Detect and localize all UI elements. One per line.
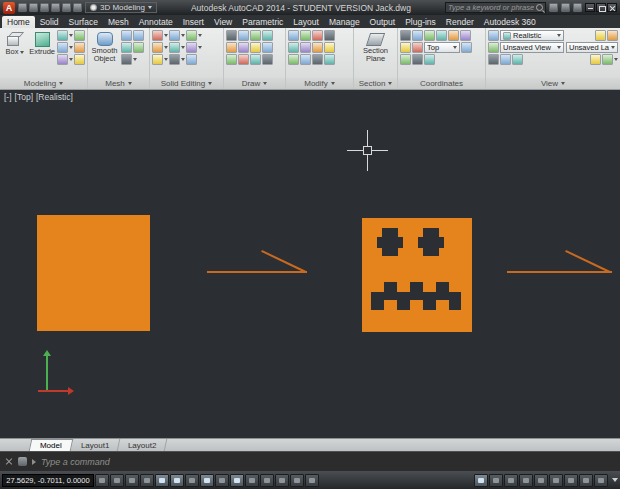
- ribbon-tab-insert[interactable]: Insert: [178, 16, 209, 28]
- box-button[interactable]: Box: [2, 30, 27, 56]
- helix-icon[interactable]: [74, 54, 85, 65]
- ucs-face-icon[interactable]: [400, 54, 411, 65]
- quick-view-layouts-button[interactable]: [489, 474, 503, 487]
- ucs-3point-icon[interactable]: [460, 30, 471, 41]
- command-customize-icon[interactable]: [18, 457, 27, 466]
- union-icon[interactable]: [152, 30, 163, 41]
- new-file-icon[interactable]: [18, 3, 27, 12]
- status-bar-menu-arrow[interactable]: [612, 478, 618, 482]
- ribbon-tab-output[interactable]: Output: [365, 16, 401, 28]
- viewport-controls-icon[interactable]: [488, 30, 499, 41]
- open-file-icon[interactable]: [29, 3, 38, 12]
- array-icon[interactable]: [312, 54, 323, 65]
- trim-icon[interactable]: [312, 30, 323, 41]
- view-cube-icon[interactable]: [512, 54, 523, 65]
- object-snap-tracking-toggle[interactable]: [200, 474, 214, 487]
- ribbon-tab-parametric[interactable]: Parametric: [237, 16, 288, 28]
- tab-layout1[interactable]: Layout1: [71, 439, 121, 451]
- line-icon[interactable]: [226, 30, 237, 41]
- workspace-switching-button[interactable]: [549, 474, 563, 487]
- panel-label-solid-editing[interactable]: Solid Editing: [150, 77, 223, 89]
- mirror-icon[interactable]: [300, 42, 311, 53]
- undo-icon[interactable]: [62, 3, 71, 12]
- maximize-button[interactable]: [596, 3, 606, 12]
- ribbon-tab-mesh[interactable]: Mesh: [103, 16, 134, 28]
- plot-icon[interactable]: [51, 3, 60, 12]
- erase-icon[interactable]: [324, 30, 335, 41]
- ribbon-tab-plugins[interactable]: Plug-ins: [400, 16, 441, 28]
- ellipse-icon[interactable]: [238, 42, 249, 53]
- gradient-icon[interactable]: [226, 54, 237, 65]
- selection-cycling-toggle[interactable]: [290, 474, 304, 487]
- lineweight-toggle[interactable]: [245, 474, 259, 487]
- ribbon-tab-view[interactable]: View: [209, 16, 237, 28]
- ucs-z-axis-icon[interactable]: [448, 30, 459, 41]
- circle-icon[interactable]: [250, 30, 261, 41]
- layer-state-dropdown[interactable]: Unsaved Layer State: [566, 42, 618, 53]
- ucs-view-dropdown[interactable]: Top: [424, 42, 460, 53]
- refine-mesh-icon[interactable]: [121, 42, 132, 53]
- panel-label-modeling[interactable]: Modeling: [0, 77, 87, 89]
- tab-layout2[interactable]: Layout2: [118, 439, 168, 451]
- polyline-icon[interactable]: [238, 30, 249, 41]
- dynamic-ucs-toggle[interactable]: [215, 474, 229, 487]
- ucs-icon[interactable]: [400, 30, 411, 41]
- lightbulb-icon[interactable]: [595, 30, 606, 41]
- panel-label-mesh[interactable]: Mesh: [88, 77, 149, 89]
- panel-label-coordinates[interactable]: Coordinates: [398, 77, 485, 89]
- ribbon-tab-solid[interactable]: Solid: [35, 16, 64, 28]
- save-icon[interactable]: [40, 3, 49, 12]
- signin-icon[interactable]: [549, 3, 558, 12]
- region-icon[interactable]: [250, 54, 261, 65]
- command-close-icon[interactable]: [5, 458, 13, 466]
- annotation-scale-button[interactable]: [519, 474, 533, 487]
- section-plane-button[interactable]: Section Plane: [361, 30, 390, 64]
- pumpkin-square[interactable]: [37, 215, 150, 331]
- ucs-world-icon[interactable]: [412, 30, 423, 41]
- annotation-monitor-toggle[interactable]: [305, 474, 319, 487]
- fillet-edge-icon[interactable]: [169, 42, 180, 53]
- ribbon-tab-layout[interactable]: Layout: [288, 16, 324, 28]
- loft-icon[interactable]: [74, 42, 85, 53]
- transparency-toggle[interactable]: [260, 474, 274, 487]
- ribbon-tab-render[interactable]: Render: [441, 16, 479, 28]
- viewport-visual-style-control[interactable]: [Realistic]: [36, 92, 73, 102]
- named-views-icon[interactable]: [488, 42, 499, 53]
- coordinates-readout[interactable]: 27.5629, -0.7011, 0.0000: [2, 474, 94, 487]
- annotation-visibility-toggle[interactable]: [534, 474, 548, 487]
- copy-icon[interactable]: [288, 42, 299, 53]
- ucs-named-icon[interactable]: [461, 42, 472, 53]
- isolate-objects-button[interactable]: [579, 474, 593, 487]
- infer-constraints-toggle[interactable]: [95, 474, 109, 487]
- ribbon-tab-home[interactable]: Home: [2, 16, 35, 28]
- jack-o-lantern-square[interactable]: [362, 218, 472, 332]
- panel-label-draw[interactable]: Draw: [224, 77, 285, 89]
- ucs-x-icon[interactable]: [400, 42, 411, 53]
- rectangle-icon[interactable]: [226, 42, 237, 53]
- command-input[interactable]: [41, 457, 615, 467]
- intersect-icon[interactable]: [186, 30, 197, 41]
- model-space-toggle[interactable]: [474, 474, 488, 487]
- taper-faces-icon[interactable]: [186, 42, 197, 53]
- add-crease-icon[interactable]: [133, 42, 144, 53]
- ribbon-tab-annotate[interactable]: Annotate: [134, 16, 178, 28]
- app-menu-button[interactable]: A: [3, 2, 15, 14]
- panel-label-view[interactable]: View: [486, 77, 620, 89]
- viewport-configuration-icon[interactable]: [488, 54, 499, 65]
- point-icon[interactable]: [262, 54, 273, 65]
- redo-icon[interactable]: [73, 3, 82, 12]
- arc-icon[interactable]: [262, 30, 273, 41]
- viewport-view-control[interactable]: [Top]: [15, 92, 33, 102]
- extrude-button[interactable]: Extrude: [29, 30, 55, 56]
- ucs-y-icon[interactable]: [412, 42, 423, 53]
- smooth-object-button[interactable]: Smooth Object: [90, 30, 119, 64]
- toolbar-lock-button[interactable]: [564, 474, 578, 487]
- hatch-icon[interactable]: [262, 42, 273, 53]
- smooth-more-icon[interactable]: [121, 30, 132, 41]
- quick-properties-toggle[interactable]: [275, 474, 289, 487]
- panel-label-modify[interactable]: Modify: [286, 77, 353, 89]
- ucs-previous-icon[interactable]: [424, 30, 435, 41]
- minimize-button[interactable]: [585, 3, 595, 12]
- ucs-settings-icon[interactable]: [424, 54, 435, 65]
- arrow-line-1[interactable]: [207, 271, 307, 273]
